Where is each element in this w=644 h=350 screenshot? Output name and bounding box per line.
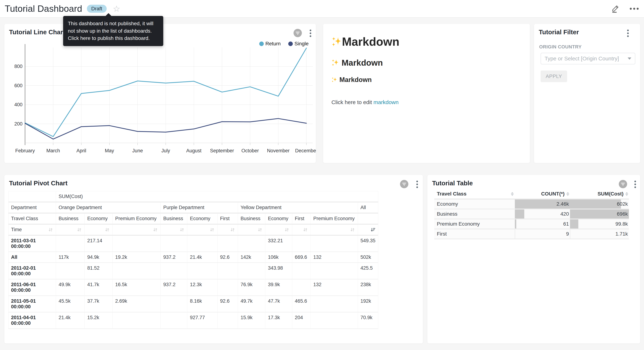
pivot-row-label: 2011-03-01 00:00:00 (8, 235, 56, 252)
sparkles-icon (332, 36, 342, 47)
col-header-sum-cost[interactable]: SUM(Cost) (570, 191, 629, 197)
cell-count: 2.46k (515, 200, 570, 208)
pivot-sort-cell (218, 224, 238, 235)
pivot-value-cell (292, 235, 311, 252)
table-kebab-menu-icon[interactable] (634, 180, 636, 188)
pivot-value-cell (161, 263, 188, 279)
pivot-value-cell: 425.5 (358, 263, 378, 279)
pivot-row-label: All (8, 252, 56, 263)
col-header-count[interactable]: COUNT(*) (515, 191, 570, 197)
filter-kebab-menu-icon[interactable] (627, 30, 629, 37)
pivot-value-cell: 45.5k (56, 296, 85, 312)
sort-icon[interactable] (284, 227, 290, 232)
cross-filter-icon[interactable] (400, 180, 408, 188)
markdown-h1-text: Markdown (342, 35, 399, 48)
pivot-value-cell (113, 263, 161, 279)
table-row: Economy2.46k602k (434, 200, 629, 210)
pivot-row: All117k94.9k19.2k937.221.4k92.6142k106k6… (8, 252, 378, 263)
pivot-value-cell: 21.4k (188, 252, 218, 263)
markdown-h1: Markdown (332, 35, 523, 48)
pivot-value-cell (161, 296, 188, 312)
sort-icon[interactable] (209, 227, 215, 232)
pivot-value-cell: 16.5k (113, 279, 161, 296)
markdown-h3: Markdown (332, 76, 523, 84)
sort-icon[interactable] (566, 192, 569, 196)
pivot-value-cell: 217.14 (85, 235, 113, 252)
sort-icon[interactable] (48, 227, 53, 232)
pivot-value-cell (311, 312, 358, 329)
pivot-sort-cell (238, 224, 266, 235)
sort-icon[interactable] (179, 227, 185, 232)
pivot-value-cell (238, 263, 266, 279)
edit-pencil-icon[interactable] (611, 4, 619, 13)
pivot-value-cell: 192k (358, 296, 378, 312)
pivot-class-header: Economy (266, 213, 292, 224)
apply-button[interactable]: APPLY (540, 70, 567, 82)
pivot-value-cell: 81.52 (85, 263, 113, 279)
sort-icon[interactable] (76, 227, 82, 232)
pivot-class-header: Premium Economy (311, 213, 358, 224)
panel-markdown: Markdown Markdown Markdown Click here to… (323, 24, 530, 163)
pivot-value-cell (161, 312, 188, 329)
favorite-star-icon[interactable]: ☆ (113, 4, 120, 13)
sort-icon[interactable] (104, 227, 110, 232)
pivot-value-cell: 669.6 (292, 252, 311, 263)
legend-item-return[interactable]: Return (259, 41, 281, 46)
x-axis-label: September (210, 148, 234, 154)
sum-bar (570, 220, 578, 228)
panel-tutorial-table: Tutorial Table Travel ClassCOUNT(*)SUM(C… (427, 175, 640, 344)
more-menu-icon[interactable] (630, 8, 639, 10)
draft-badge[interactable]: Draft (87, 5, 107, 13)
pivot-value-cell: 92.6 (218, 252, 238, 263)
x-axis-label: November (267, 148, 290, 154)
filter-panel-title: Tutorial Filter (539, 28, 579, 36)
origin-country-select[interactable]: Type or Select [Origin Country] (540, 53, 635, 64)
sort-icon[interactable] (350, 227, 355, 232)
sparkles-icon (332, 77, 337, 83)
markdown-content: Markdown Markdown Markdown Click here to… (323, 24, 530, 105)
pivot-value-cell (218, 279, 238, 296)
sort-icon[interactable] (152, 227, 158, 232)
pivot-value-cell (113, 312, 161, 329)
sort-icon[interactable] (257, 227, 263, 232)
pivot-value-cell (188, 235, 218, 252)
sort-icon[interactable] (302, 227, 308, 232)
x-axis-label: March (46, 148, 60, 154)
pivot-row-label: 2011-06-01 00:00:00 (8, 279, 56, 296)
markdown-edit-link[interactable]: markdown (374, 99, 398, 105)
table-row: First91.71k (434, 230, 629, 240)
pivot-value-cell (56, 263, 85, 279)
count-bar (515, 210, 524, 218)
pivot-value-cell: 49.9k (56, 279, 85, 296)
chevron-down-icon (628, 58, 631, 60)
sort-icon[interactable] (230, 227, 235, 232)
pivot-sort-cell (113, 224, 161, 235)
markdown-h2-text: Markdown (342, 58, 383, 68)
cell-count: 61 (515, 220, 570, 228)
cross-filter-icon[interactable] (619, 180, 627, 188)
pivot-value-cell (56, 235, 85, 252)
legend-label: Return (266, 41, 281, 46)
pivot-kebab-menu-icon[interactable] (416, 180, 418, 188)
x-axis-label: April (76, 148, 86, 154)
pivot-value-cell: 2.69k (113, 296, 161, 312)
legend-item-single[interactable]: Single (288, 41, 308, 46)
pivot-value-cell (218, 312, 238, 329)
sort-icon[interactable] (625, 192, 628, 196)
pivot-sort-cell (292, 224, 311, 235)
cell-travel-class: Premium Economy (434, 221, 515, 227)
pivot-row: 2011-06-01 00:00:0049.9k41.7k16.5k937.21… (8, 279, 378, 296)
pivot-value-cell: 465.6 (292, 296, 311, 312)
y-axis-label: 600 (14, 83, 22, 88)
page-title: Tutorial Dashboard (5, 4, 82, 14)
pivot-group-header: All (358, 202, 378, 213)
pivot-value-cell: 549.35 (358, 235, 378, 252)
x-axis-label: October (242, 148, 259, 154)
origin-country-placeholder: Type or Select [Origin Country] (544, 56, 619, 62)
sort-desc-icon[interactable] (370, 227, 376, 232)
pivot-value-cell: 15.9k (238, 312, 266, 329)
pivot-value-cell: 132 (311, 252, 358, 263)
sort-icon[interactable] (511, 192, 514, 196)
pivot-value-cell: 76.9k (238, 279, 266, 296)
col-header-travel-class[interactable]: Travel Class (434, 191, 515, 197)
